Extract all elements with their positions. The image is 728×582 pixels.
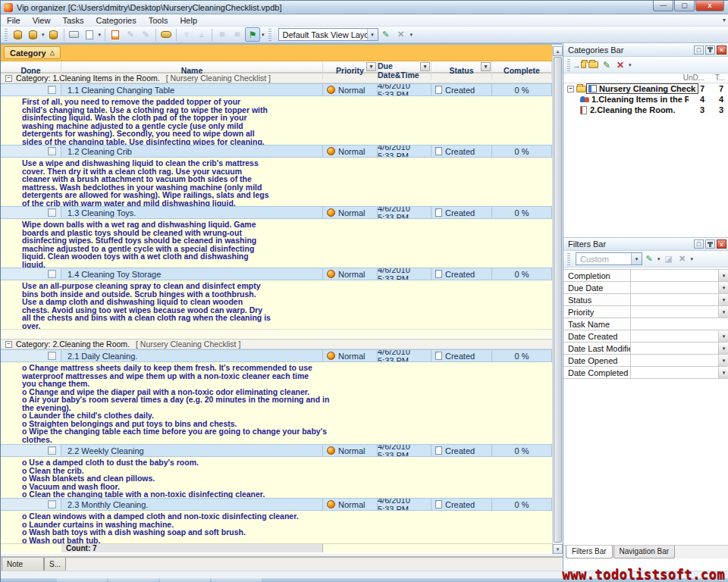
task-checkbox[interactable] bbox=[48, 208, 56, 217]
highlight-flag-button[interactable]: ⚑ bbox=[245, 27, 260, 42]
delete-category-button[interactable]: ✕ bbox=[613, 58, 627, 72]
task-row[interactable]: 2.1 Daily Cleaning. Normal 4/6/2010 5:33… bbox=[1, 349, 552, 362]
filter-value-field[interactable] bbox=[631, 306, 718, 318]
task-row[interactable]: 1.2 Cleaning Crib Normal 4/6/2010 5:33 P… bbox=[1, 145, 552, 158]
column-header-due[interactable]: Due Date&Time ▾ bbox=[378, 61, 431, 80]
delete-layout-button[interactable]: ✕ bbox=[394, 27, 409, 42]
move-down-button[interactable]: ▿ bbox=[179, 27, 194, 42]
clear-filter-button[interactable]: ✕ bbox=[676, 252, 689, 266]
tab-s[interactable]: S... bbox=[44, 558, 66, 571]
filter-value-field[interactable] bbox=[631, 294, 718, 305]
tree-column-undone[interactable]: UnD... bbox=[683, 74, 704, 82]
new-task-button[interactable] bbox=[108, 27, 123, 42]
due-filter-dropdown[interactable]: ▾ bbox=[420, 62, 430, 71]
task-row[interactable]: 1.3 Cleaning Toys. Normal 4/6/2010 5:33 … bbox=[1, 206, 552, 219]
grid-vertical-scrollbar[interactable]: ▴ ▾ bbox=[552, 46, 562, 554]
filters-toolbar-overflow-icon[interactable]: ▾ bbox=[689, 256, 695, 262]
filter-dropdown-button[interactable]: ▾ bbox=[718, 330, 728, 342]
task-checkbox[interactable] bbox=[48, 147, 56, 155]
filter-value-field[interactable] bbox=[631, 330, 718, 342]
open-database-dropdown-icon[interactable]: ▾ bbox=[40, 32, 46, 38]
new-database-button[interactable] bbox=[10, 27, 25, 42]
layout-toolbar-overflow-icon[interactable]: ▾ bbox=[409, 32, 415, 38]
filters-pin-button[interactable] bbox=[705, 239, 715, 249]
filter-value-field[interactable] bbox=[631, 270, 718, 281]
task-checkbox[interactable] bbox=[48, 270, 56, 278]
new-checklist-button[interactable]: → bbox=[573, 58, 586, 72]
categories-toolbar-overflow-icon[interactable]: ▾ bbox=[627, 62, 633, 68]
print-dropdown-icon[interactable]: ▾ bbox=[97, 32, 103, 38]
categories-pin-button[interactable] bbox=[705, 45, 715, 55]
menu-file[interactable]: File bbox=[1, 15, 27, 26]
group-header-row[interactable]: − Category: 2.Cleaning the Room. [ Nurse… bbox=[1, 339, 552, 349]
tree-item-checklist[interactable]: − Nursery Cleaning Checklist 7 7 bbox=[563, 83, 728, 94]
tree-item-category-2[interactable]: 2.Cleaning the Room. 3 3 bbox=[563, 105, 728, 115]
task-checkbox[interactable] bbox=[48, 86, 56, 94]
move-to-bottom-button[interactable]: ≋ bbox=[215, 27, 230, 42]
save-database-button[interactable] bbox=[46, 27, 61, 42]
save-layout-button[interactable]: ✎ bbox=[378, 27, 394, 42]
print-button[interactable] bbox=[67, 27, 82, 42]
move-to-top-button[interactable]: ≋ bbox=[230, 27, 245, 42]
edit-task-button[interactable]: ✎ bbox=[123, 27, 138, 42]
edit-category-button[interactable]: ✎ bbox=[600, 58, 613, 72]
tab-note[interactable]: Note bbox=[2, 558, 44, 571]
filter-dropdown-button[interactable]: ▾ bbox=[718, 294, 728, 305]
menu-tasks[interactable]: Tasks bbox=[56, 15, 89, 26]
priority-filter-dropdown[interactable]: ▾ bbox=[366, 62, 376, 71]
filter-dropdown-button[interactable]: ▾ bbox=[718, 343, 728, 354]
tree-item-category-1[interactable]: 1.Cleaning Items in the Room 4 4 bbox=[563, 94, 728, 105]
tree-column-total[interactable]: T... bbox=[715, 74, 725, 82]
column-header-complete[interactable]: Complete bbox=[492, 61, 552, 80]
column-header-priority[interactable]: Priority ▾ bbox=[323, 61, 378, 80]
filter-dropdown-button[interactable]: ▾ bbox=[718, 282, 728, 293]
apply-filter-button[interactable]: ✎ bbox=[642, 252, 656, 266]
scroll-down-icon[interactable]: ▾ bbox=[553, 544, 563, 554]
scrollbar-thumb[interactable] bbox=[554, 57, 562, 543]
tab-navigation-bar[interactable]: Navigation Bar bbox=[613, 546, 676, 559]
maximize-button[interactable]: ▢ bbox=[674, 1, 695, 11]
filter-dropdown-button[interactable]: ▾ bbox=[718, 355, 728, 366]
minimize-button[interactable]: — bbox=[653, 1, 673, 11]
print-preview-button[interactable] bbox=[82, 27, 97, 42]
column-header-status[interactable]: Status ▾ bbox=[431, 61, 492, 80]
task-view-layout-combo[interactable]: Default Task View Layout ▾ bbox=[278, 28, 378, 41]
menu-help[interactable]: Help bbox=[174, 15, 203, 26]
filter-value-field[interactable] bbox=[631, 282, 718, 293]
filter-preset-combo[interactable]: Custom ▾ bbox=[576, 252, 642, 265]
filters-close-button[interactable]: x bbox=[717, 239, 726, 249]
task-row[interactable]: 1.1 Cleaning Changing Table Normal 4/6/2… bbox=[1, 83, 552, 96]
categories-restore-button[interactable]: ▢ bbox=[694, 45, 704, 55]
task-row[interactable]: 2.2 Weekly Cleaning Normal 4/6/2010 5:33… bbox=[1, 444, 552, 457]
column-header-name[interactable]: Name bbox=[61, 61, 323, 80]
collapse-tree-icon[interactable]: − bbox=[567, 86, 574, 92]
combo-dropdown-button[interactable]: ▾ bbox=[367, 29, 378, 40]
move-up-button[interactable]: ▵ bbox=[194, 27, 209, 42]
filter-dropdown-button[interactable]: ▾ bbox=[718, 367, 728, 378]
group-by-category-tab[interactable]: Category △ bbox=[4, 46, 61, 59]
search-button[interactable] bbox=[158, 27, 174, 42]
menu-categories[interactable]: Categories bbox=[90, 15, 143, 26]
erase-filter-button[interactable]: ◪ bbox=[662, 252, 676, 266]
filters-restore-button[interactable]: ▢ bbox=[694, 239, 704, 249]
task-row[interactable]: 2.3 Monthly Cleaning. Normal 4/6/2010 5:… bbox=[1, 498, 552, 511]
filter-value-field[interactable] bbox=[631, 355, 718, 366]
task-row[interactable]: 1.4 Cleaning Toy Storage Normal 4/6/2010… bbox=[1, 268, 552, 280]
combo-dropdown-button[interactable]: ▾ bbox=[631, 253, 642, 264]
scroll-up-icon[interactable]: ▴ bbox=[553, 46, 563, 56]
tab-filters-bar[interactable]: Filters Bar bbox=[566, 546, 613, 559]
menu-view[interactable]: View bbox=[27, 15, 57, 26]
filter-dropdown-button[interactable]: ▾ bbox=[718, 270, 728, 281]
column-header-done[interactable]: Done bbox=[1, 61, 61, 80]
filter-dropdown-button[interactable]: ▾ bbox=[718, 306, 728, 318]
categories-close-button[interactable]: x bbox=[717, 45, 726, 55]
collapse-group-icon[interactable]: − bbox=[5, 341, 12, 348]
close-button[interactable]: x bbox=[695, 1, 724, 11]
task-checkbox[interactable] bbox=[48, 446, 56, 455]
task-checkbox[interactable] bbox=[48, 500, 56, 508]
flag-dropdown-icon[interactable]: ▾ bbox=[260, 32, 266, 38]
apply-filter-dropdown-icon[interactable]: ▾ bbox=[656, 256, 662, 262]
filter-value-field[interactable] bbox=[631, 343, 718, 354]
add-category-button[interactable] bbox=[586, 58, 600, 72]
complete-task-button[interactable]: ✎ bbox=[138, 27, 153, 42]
